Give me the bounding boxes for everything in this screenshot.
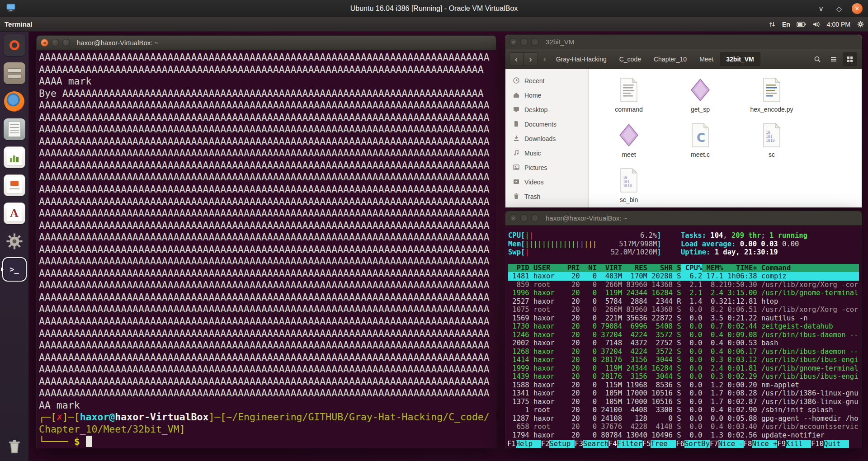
launcher-item-writer[interactable]: A xyxy=(1,202,28,225)
updown-arrows-icon[interactable] xyxy=(769,21,776,28)
process-row[interactable]: 859 root 20 0 266M 83960 14368 S 2.1 8.2… xyxy=(508,281,859,289)
fn-label-F2[interactable]: Setup xyxy=(549,440,575,448)
restore-icon[interactable]: ◇ xyxy=(834,5,844,13)
breadcrumb-C_code[interactable]: C_code xyxy=(613,52,647,66)
launcher-item-impress[interactable] xyxy=(1,174,28,197)
htop-titlebar[interactable]: × haxor@haxor-VirtualBox: ~ xyxy=(505,211,862,226)
breadcrumb-Meet[interactable]: Meet xyxy=(693,52,720,66)
file-item-meet.c[interactable]: Cmeet.c xyxy=(666,122,734,168)
sidebar-item-documents[interactable]: Documents xyxy=(505,117,588,132)
process-row[interactable]: 1341 haxor 20 0 105M 17000 10516 S 0.0 1… xyxy=(508,389,859,398)
process-row[interactable]: 658 root 20 0 37676 4228 4148 S 0.0 0.4 … xyxy=(508,423,859,431)
breadcrumb-Chapter_10[interactable]: Chapter_10 xyxy=(647,52,693,66)
fn-label-F10[interactable]: Quit xyxy=(824,440,849,448)
process-row[interactable]: 1481 haxor 20 0 403M 170M 20280 S 6.2 17… xyxy=(508,272,859,281)
fn-label-F5[interactable]: Tree xyxy=(651,440,676,448)
process-row[interactable]: 1569 haxor 20 0 221M 35636 22872 S 0.0 3… xyxy=(508,314,859,323)
minimize-icon[interactable]: ∨ xyxy=(816,5,826,13)
minimize-button[interactable] xyxy=(520,38,528,46)
fn-label-F1[interactable]: Help xyxy=(516,440,541,448)
process-row[interactable]: 2527 haxor 20 0 5784 2884 2344 R 1.4 0.3… xyxy=(508,297,859,306)
process-row[interactable]: 1375 haxor 20 0 105M 17000 10516 S 0.0 1… xyxy=(508,398,859,406)
fn-key-F2[interactable]: F2 xyxy=(541,440,550,448)
fn-label-F4[interactable]: Filter xyxy=(617,440,642,448)
forward-button[interactable]: › xyxy=(524,52,538,66)
sidebar-item-downloads[interactable]: Downloads xyxy=(505,132,588,146)
sidebar-item-trash[interactable]: Trash xyxy=(505,189,588,204)
close-icon[interactable]: × xyxy=(852,3,863,14)
maximize-button[interactable] xyxy=(531,214,539,222)
minimize-button[interactable] xyxy=(52,39,59,47)
close-button[interactable]: × xyxy=(41,39,48,47)
process-row[interactable]: 1588 haxor 20 0 115M 11968 8536 S 0.0 1.… xyxy=(508,381,859,390)
list-view-button[interactable] xyxy=(826,52,841,66)
launcher-item-firefox[interactable] xyxy=(1,90,28,113)
launcher-item-dash[interactable] xyxy=(1,34,28,56)
launcher-item-settings[interactable] xyxy=(1,230,28,253)
app-menu-label[interactable]: Terminal xyxy=(5,20,32,28)
sidebar-item-desktop[interactable]: Desktop xyxy=(505,103,588,117)
process-row[interactable]: 1999 haxor 20 0 119M 24344 16284 S 0.0 2… xyxy=(508,364,859,373)
terminal-output[interactable]: AAAAAAAAAAAAAAAAAAAAAAAAAAAAAAAAAAAAAAAA… xyxy=(37,50,496,448)
sidebar-item-pictures[interactable]: Pictures xyxy=(505,160,588,175)
sidebar-item-home[interactable]: Home xyxy=(505,88,588,103)
process-row[interactable]: 1287 haxor 20 0 24108 128 0 S 0.0 0.0 0:… xyxy=(508,414,859,423)
file-manager-titlebar[interactable]: × 32bit_VM xyxy=(505,35,862,49)
launcher-item-terminal[interactable]: >_ xyxy=(1,258,28,281)
maximize-button[interactable] xyxy=(62,39,70,47)
fn-key-F9[interactable]: F9 xyxy=(777,440,786,448)
file-item-sc[interactable]: 101011010sc xyxy=(738,122,806,168)
session-gear-icon[interactable] xyxy=(857,20,864,28)
process-row[interactable]: 1996 haxor 20 0 119M 24344 16284 S 2.1 2… xyxy=(508,289,859,297)
fn-label-F3[interactable]: Search xyxy=(583,440,609,448)
file-item-command[interactable]: command xyxy=(595,77,663,122)
process-row[interactable]: 1246 haxor 20 0 37204 4224 3572 S 0.0 0.… xyxy=(508,331,859,339)
launcher-item-gedit[interactable] xyxy=(1,118,28,141)
process-row[interactable]: 1075 root 20 0 266M 83960 14368 S 0.0 8.… xyxy=(508,306,859,314)
process-row[interactable]: 2002 haxor 20 0 7148 4372 2752 S 0.0 0.4… xyxy=(508,339,859,348)
fn-key-F10[interactable]: F10 xyxy=(811,440,824,448)
process-row[interactable]: 1268 haxor 20 0 37204 4224 3572 S 0.0 0.… xyxy=(508,348,859,356)
volume-icon[interactable] xyxy=(812,21,821,28)
minimize-button[interactable] xyxy=(520,214,528,222)
launcher-item-trash[interactable] xyxy=(1,435,28,457)
fn-label-F7[interactable]: Nice - xyxy=(718,440,744,448)
breadcrumb-overflow-icon[interactable]: ‹ xyxy=(543,55,546,64)
file-item-get_sp[interactable]: get_sp xyxy=(666,77,734,122)
launcher-item-calc[interactable] xyxy=(1,146,28,169)
file-item-hex_encode.py[interactable]: hex_encode.py xyxy=(738,77,806,122)
process-row[interactable]: 1439 haxor 20 0 28176 3156 3044 S 0.0 0.… xyxy=(508,372,859,381)
launcher-item-files[interactable] xyxy=(1,62,28,85)
sidebar-item-recent[interactable]: Recent xyxy=(505,74,588,88)
battery-icon[interactable] xyxy=(797,22,806,27)
clock-label[interactable]: 4:00 PM xyxy=(827,21,850,28)
fn-key-F3[interactable]: F3 xyxy=(575,440,583,448)
process-row[interactable]: 1730 haxor 20 0 79084 6996 5408 S 0.0 0.… xyxy=(508,322,859,331)
process-row[interactable]: 1 root 20 0 24100 4408 3300 S 0.0 0.4 0:… xyxy=(508,406,859,414)
fn-key-F6[interactable]: F6 xyxy=(676,440,684,448)
sidebar-item-videos[interactable]: Videos xyxy=(505,175,588,189)
grid-view-button[interactable] xyxy=(843,52,857,66)
fn-key-F8[interactable]: F8 xyxy=(744,440,752,448)
process-row[interactable]: 1794 haxor 20 0 80784 13040 10496 S 0.0 … xyxy=(508,431,859,440)
back-button[interactable]: ‹ xyxy=(509,52,524,66)
sidebar-item-music[interactable]: Music xyxy=(505,146,588,160)
fn-label-F8[interactable]: Nice + xyxy=(752,440,777,448)
terminal-titlebar[interactable]: × haxor@haxor-VirtualBox: ~ xyxy=(37,36,496,50)
search-button[interactable] xyxy=(810,52,825,66)
process-row[interactable]: 1414 haxor 20 0 28176 3156 3044 S 0.0 0.… xyxy=(508,356,859,364)
fn-label-F6[interactable]: SortBy xyxy=(684,440,710,448)
keyboard-layout-indicator[interactable]: En xyxy=(782,21,790,28)
process-table-header[interactable]: PID USER PRI NI VIRT RES SHR S CPU% MEM%… xyxy=(508,264,859,273)
file-item-meet[interactable]: meet xyxy=(595,122,663,168)
fn-key-F4[interactable]: F4 xyxy=(609,440,617,448)
fn-key-F5[interactable]: F5 xyxy=(642,440,651,448)
fn-key-F7[interactable]: F7 xyxy=(710,440,718,448)
close-button[interactable]: × xyxy=(509,38,517,46)
breadcrumb-32bit_VM[interactable]: 32bit_VM xyxy=(720,52,760,66)
breadcrumb-Gray-Hat-Hacking[interactable]: Gray-Hat-Hacking xyxy=(550,52,613,66)
fn-label-F9[interactable]: Kill xyxy=(786,440,811,448)
file-item-sc_bin[interactable]: 101011010sc_bin xyxy=(595,168,663,208)
close-button[interactable]: × xyxy=(509,214,517,222)
fn-key-F1[interactable]: F1 xyxy=(507,440,516,448)
